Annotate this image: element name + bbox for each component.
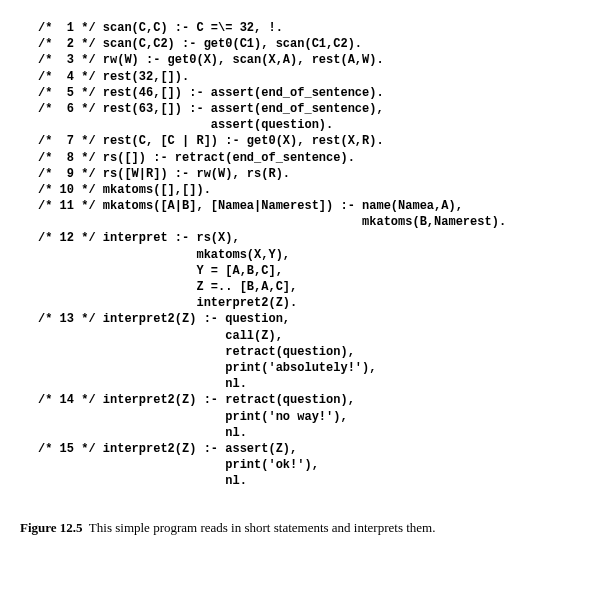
code-line: /* 10 */ mkatoms([],[]).	[38, 183, 211, 197]
code-line: interpret2(Z).	[38, 296, 297, 310]
code-line: print('absolutely!'),	[38, 361, 376, 375]
code-line: /* 2 */ scan(C,C2) :- get0(C1), scan(C1,…	[38, 37, 362, 51]
code-line: call(Z),	[38, 329, 283, 343]
code-line: /* 13 */ interpret2(Z) :- question,	[38, 312, 290, 326]
code-line: mkatoms(X,Y),	[38, 248, 290, 262]
code-line: /* 6 */ rest(63,[]) :- assert(end_of_sen…	[38, 102, 384, 116]
code-line: /* 15 */ interpret2(Z) :- assert(Z),	[38, 442, 297, 456]
code-line: mkatoms(B,Namerest).	[38, 215, 506, 229]
code-line: print('ok!'),	[38, 458, 319, 472]
figure-text: This simple program reads in short state…	[89, 520, 436, 535]
code-line: /* 4 */ rest(32,[]).	[38, 70, 189, 84]
code-line: /* 3 */ rw(W) :- get0(X), scan(X,A), res…	[38, 53, 384, 67]
code-line: /* 1 */ scan(C,C) :- C =\= 32, !.	[38, 21, 283, 35]
code-line: nl.	[38, 377, 247, 391]
code-line: /* 5 */ rest(46,[]) :- assert(end_of_sen…	[38, 86, 384, 100]
code-line: print('no way!'),	[38, 410, 348, 424]
figure-label: Figure 12.5	[20, 520, 83, 535]
code-line: retract(question),	[38, 345, 355, 359]
code-line: /* 9 */ rs([W|R]) :- rw(W), rs(R).	[38, 167, 290, 181]
code-line: /* 8 */ rs([]) :- retract(end_of_sentenc…	[38, 151, 355, 165]
code-line: nl.	[38, 474, 247, 488]
code-listing: /* 1 */ scan(C,C) :- C =\= 32, !. /* 2 *…	[38, 20, 614, 489]
code-line: /* 7 */ rest(C, [C | R]) :- get0(X), res…	[38, 134, 384, 148]
code-line: nl.	[38, 426, 247, 440]
code-line: assert(question).	[38, 118, 333, 132]
code-line: /* 14 */ interpret2(Z) :- retract(questi…	[38, 393, 355, 407]
code-line: /* 12 */ interpret :- rs(X),	[38, 231, 240, 245]
figure-caption: Figure 12.5 This simple program reads in…	[20, 519, 614, 537]
code-line: Z =.. [B,A,C],	[38, 280, 297, 294]
code-line: Y = [A,B,C],	[38, 264, 283, 278]
code-line: /* 11 */ mkatoms([A|B], [Namea|Namerest]…	[38, 199, 463, 213]
